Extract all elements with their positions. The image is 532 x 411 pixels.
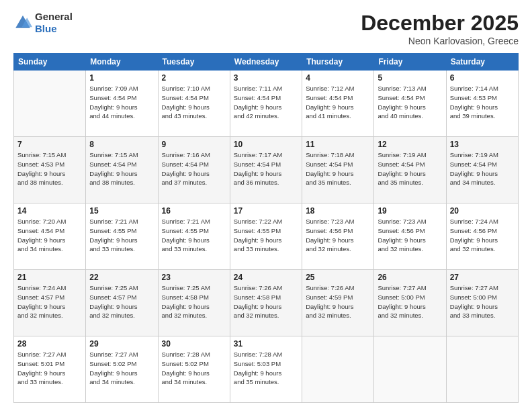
- calendar-week-row: 14Sunrise: 7:20 AM Sunset: 4:54 PM Dayli…: [14, 203, 519, 270]
- day-info: Sunrise: 7:28 AM Sunset: 5:02 PM Dayligh…: [162, 350, 226, 387]
- day-number: 18: [306, 206, 370, 216]
- calendar-cell: 7Sunrise: 7:15 AM Sunset: 4:53 PM Daylig…: [14, 137, 86, 203]
- day-number: 25: [306, 273, 370, 282]
- day-info: Sunrise: 7:27 AM Sunset: 5:00 PM Dayligh…: [378, 283, 442, 320]
- calendar-cell: 8Sunrise: 7:15 AM Sunset: 4:54 PM Daylig…: [86, 137, 158, 203]
- calendar-cell: 15Sunrise: 7:21 AM Sunset: 4:55 PM Dayli…: [86, 203, 158, 270]
- day-number: 7: [17, 140, 82, 149]
- day-number: 30: [162, 339, 226, 349]
- logo-blue-text: Blue: [35, 23, 57, 34]
- logo-icon: [13, 13, 32, 32]
- calendar-cell: 10Sunrise: 7:17 AM Sunset: 4:54 PM Dayli…: [230, 137, 302, 203]
- calendar-body: 1Sunrise: 7:09 AM Sunset: 4:54 PM Daylig…: [14, 71, 519, 403]
- day-number: 21: [17, 273, 82, 282]
- calendar-cell: 6Sunrise: 7:14 AM Sunset: 4:53 PM Daylig…: [446, 71, 518, 137]
- calendar-cell: 3Sunrise: 7:11 AM Sunset: 4:54 PM Daylig…: [230, 71, 302, 137]
- day-header-saturday: Saturday: [446, 54, 518, 71]
- calendar-cell: 21Sunrise: 7:24 AM Sunset: 4:57 PM Dayli…: [14, 270, 86, 336]
- day-info: Sunrise: 7:13 AM Sunset: 4:54 PM Dayligh…: [378, 84, 442, 121]
- days-header-row: SundayMondayTuesdayWednesdayThursdayFrid…: [14, 54, 519, 71]
- calendar-cell: 11Sunrise: 7:18 AM Sunset: 4:54 PM Dayli…: [302, 137, 374, 203]
- day-number: 19: [378, 206, 442, 216]
- calendar-location: Neon Karlovasion, Greece: [361, 36, 519, 46]
- day-number: 13: [450, 140, 515, 149]
- day-number: 22: [89, 273, 154, 282]
- calendar-title: December 2025: [361, 11, 519, 36]
- day-info: Sunrise: 7:11 AM Sunset: 4:54 PM Dayligh…: [234, 84, 298, 121]
- day-number: 16: [162, 206, 226, 216]
- calendar-cell: 26Sunrise: 7:27 AM Sunset: 5:00 PM Dayli…: [374, 270, 446, 336]
- title-block: December 2025 Neon Karlovasion, Greece: [361, 11, 519, 46]
- calendar-cell: [302, 336, 374, 403]
- day-info: Sunrise: 7:14 AM Sunset: 4:53 PM Dayligh…: [450, 84, 515, 121]
- calendar-cell: 16Sunrise: 7:21 AM Sunset: 4:55 PM Dayli…: [158, 203, 230, 270]
- calendar-week-row: 21Sunrise: 7:24 AM Sunset: 4:57 PM Dayli…: [14, 270, 519, 336]
- day-info: Sunrise: 7:25 AM Sunset: 4:58 PM Dayligh…: [162, 283, 226, 320]
- day-number: 23: [162, 273, 226, 282]
- day-header-wednesday: Wednesday: [230, 54, 302, 71]
- day-number: 29: [89, 339, 154, 349]
- day-info: Sunrise: 7:23 AM Sunset: 4:56 PM Dayligh…: [378, 217, 442, 254]
- day-info: Sunrise: 7:21 AM Sunset: 4:55 PM Dayligh…: [162, 217, 226, 254]
- day-header-friday: Friday: [374, 54, 446, 71]
- calendar-cell: 24Sunrise: 7:26 AM Sunset: 4:58 PM Dayli…: [230, 270, 302, 336]
- day-info: Sunrise: 7:22 AM Sunset: 4:55 PM Dayligh…: [234, 217, 298, 254]
- calendar-table: SundayMondayTuesdayWednesdayThursdayFrid…: [13, 53, 519, 403]
- day-header-tuesday: Tuesday: [158, 54, 230, 71]
- day-number: 2: [162, 73, 226, 83]
- calendar-cell: 29Sunrise: 7:27 AM Sunset: 5:02 PM Dayli…: [86, 336, 158, 403]
- calendar-cell: 28Sunrise: 7:27 AM Sunset: 5:01 PM Dayli…: [14, 336, 86, 403]
- calendar-cell: 9Sunrise: 7:16 AM Sunset: 4:54 PM Daylig…: [158, 137, 230, 203]
- day-info: Sunrise: 7:19 AM Sunset: 4:54 PM Dayligh…: [450, 150, 515, 187]
- day-number: 17: [234, 206, 298, 216]
- day-info: Sunrise: 7:16 AM Sunset: 4:54 PM Dayligh…: [162, 150, 226, 187]
- calendar-header: SundayMondayTuesdayWednesdayThursdayFrid…: [14, 54, 519, 71]
- calendar-cell: 13Sunrise: 7:19 AM Sunset: 4:54 PM Dayli…: [446, 137, 518, 203]
- day-info: Sunrise: 7:26 AM Sunset: 4:59 PM Dayligh…: [306, 283, 370, 320]
- day-info: Sunrise: 7:27 AM Sunset: 5:01 PM Dayligh…: [17, 350, 82, 387]
- day-number: 6: [450, 73, 515, 83]
- day-number: 8: [89, 140, 154, 149]
- calendar-week-row: 1Sunrise: 7:09 AM Sunset: 4:54 PM Daylig…: [14, 71, 519, 137]
- calendar-cell: 1Sunrise: 7:09 AM Sunset: 4:54 PM Daylig…: [86, 71, 158, 137]
- day-header-sunday: Sunday: [14, 54, 86, 71]
- day-number: 31: [234, 339, 298, 349]
- day-number: 20: [450, 206, 515, 216]
- day-number: 15: [89, 206, 154, 216]
- calendar-cell: 22Sunrise: 7:25 AM Sunset: 4:57 PM Dayli…: [86, 270, 158, 336]
- calendar-cell: 18Sunrise: 7:23 AM Sunset: 4:56 PM Dayli…: [302, 203, 374, 270]
- day-info: Sunrise: 7:24 AM Sunset: 4:56 PM Dayligh…: [450, 217, 515, 254]
- day-number: 4: [306, 73, 370, 83]
- day-header-thursday: Thursday: [302, 54, 374, 71]
- day-number: 3: [234, 73, 298, 83]
- day-info: Sunrise: 7:09 AM Sunset: 4:54 PM Dayligh…: [89, 84, 154, 121]
- day-info: Sunrise: 7:28 AM Sunset: 5:03 PM Dayligh…: [234, 350, 298, 387]
- day-info: Sunrise: 7:24 AM Sunset: 4:57 PM Dayligh…: [17, 283, 82, 320]
- day-number: 1: [89, 73, 154, 83]
- day-number: 12: [378, 140, 442, 149]
- calendar-cell: [374, 336, 446, 403]
- calendar-cell: [14, 71, 86, 137]
- calendar-week-row: 7Sunrise: 7:15 AM Sunset: 4:53 PM Daylig…: [14, 137, 519, 203]
- day-info: Sunrise: 7:20 AM Sunset: 4:54 PM Dayligh…: [17, 217, 82, 254]
- day-info: Sunrise: 7:15 AM Sunset: 4:53 PM Dayligh…: [17, 150, 82, 187]
- day-info: Sunrise: 7:12 AM Sunset: 4:54 PM Dayligh…: [306, 84, 370, 121]
- day-info: Sunrise: 7:17 AM Sunset: 4:54 PM Dayligh…: [234, 150, 298, 187]
- day-info: Sunrise: 7:27 AM Sunset: 5:02 PM Dayligh…: [89, 350, 154, 387]
- calendar-cell: [446, 336, 518, 403]
- logo: General Blue: [13, 11, 73, 35]
- calendar-cell: 30Sunrise: 7:28 AM Sunset: 5:02 PM Dayli…: [158, 336, 230, 403]
- day-number: 9: [162, 140, 226, 149]
- calendar-cell: 5Sunrise: 7:13 AM Sunset: 4:54 PM Daylig…: [374, 71, 446, 137]
- day-info: Sunrise: 7:19 AM Sunset: 4:54 PM Dayligh…: [378, 150, 442, 187]
- day-info: Sunrise: 7:25 AM Sunset: 4:57 PM Dayligh…: [89, 283, 154, 320]
- logo-general-text: General: [35, 11, 73, 22]
- calendar-cell: 2Sunrise: 7:10 AM Sunset: 4:54 PM Daylig…: [158, 71, 230, 137]
- day-info: Sunrise: 7:23 AM Sunset: 4:56 PM Dayligh…: [306, 217, 370, 254]
- calendar-cell: 31Sunrise: 7:28 AM Sunset: 5:03 PM Dayli…: [230, 336, 302, 403]
- day-number: 26: [378, 273, 442, 282]
- calendar-cell: 14Sunrise: 7:20 AM Sunset: 4:54 PM Dayli…: [14, 203, 86, 270]
- calendar-cell: 12Sunrise: 7:19 AM Sunset: 4:54 PM Dayli…: [374, 137, 446, 203]
- day-info: Sunrise: 7:10 AM Sunset: 4:54 PM Dayligh…: [162, 84, 226, 121]
- calendar-cell: 4Sunrise: 7:12 AM Sunset: 4:54 PM Daylig…: [302, 71, 374, 137]
